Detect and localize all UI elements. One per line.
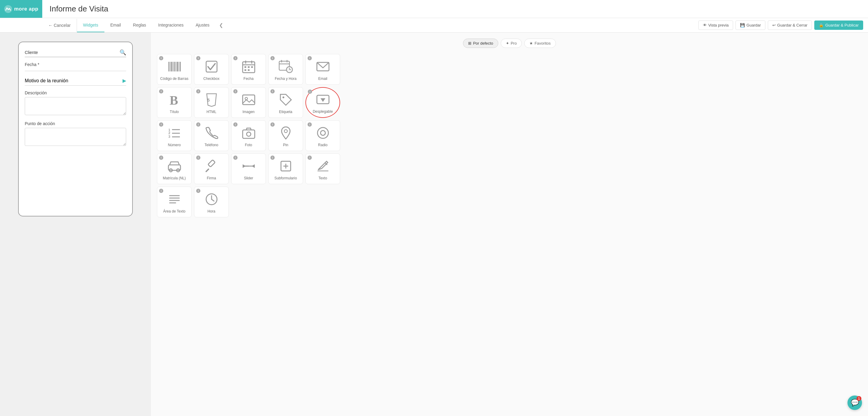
html5-icon: 5 [204,92,219,107]
info-badge: i [271,155,275,160]
widget-radio[interactable]: i Radio [305,120,340,151]
widget-html[interactable]: i 5 HTML [194,87,229,118]
text-edit-icon [316,159,330,174]
svg-rect-1 [168,62,169,71]
widget-desplegable[interactable]: i Desplegable [305,87,340,118]
widget-label: Etiqueta [279,110,292,114]
svg-point-46 [320,131,326,135]
preview-button[interactable]: 👁 Vista previa [699,21,734,30]
svg-rect-5 [174,62,175,71]
checkbox-icon [204,59,219,74]
svg-text:B: B [169,94,178,107]
svg-rect-3 [171,62,172,71]
widget-email[interactable]: i Email [305,54,340,85]
widget-label: Email [318,76,327,81]
widget-matricula[interactable]: i Matrícula (NL) [157,153,192,184]
info-badge: i [308,155,312,160]
chat-button[interactable]: 💬 1 [847,395,862,410]
gavel-icon [204,159,219,174]
tab-integraciones[interactable]: Integraciones [152,19,189,32]
bold-icon: B [167,92,182,107]
svg-rect-19 [248,69,250,71]
tab-reglas[interactable]: Reglas [127,19,152,32]
widget-foto[interactable]: i Foto [231,120,266,151]
save-publish-label: Guardar & Publicar [825,23,859,28]
widget-telefono[interactable]: i Teléfono [194,120,229,151]
widget-area-texto[interactable]: i Área de Texto [157,186,192,217]
cliente-input[interactable] [25,48,120,57]
save-close-button[interactable]: ↩ Guardar & Cerrar [768,21,812,30]
nav-bar: ← Cancelar Widgets Email Reglas Integrac… [0,18,868,33]
punto-input[interactable] [25,128,126,146]
collapse-button[interactable]: ❮ [216,18,227,32]
svg-rect-6 [176,62,176,71]
info-badge: i [196,155,200,160]
svg-rect-47 [168,165,181,170]
widget-label: Slider [244,176,253,180]
widget-label: Radio [318,143,328,147]
info-badge: i [159,155,163,160]
form-preview: 🔍 Fecha * Motivo de la reunión ▶ Descrip… [0,33,151,416]
widget-label: Pin [283,143,288,147]
svg-line-67 [212,199,214,201]
widget-hora[interactable]: i Hora [194,186,229,217]
widget-grid: i Código de Barras i Checkbox i [157,54,862,217]
filter-default[interactable]: ⊞ Por defecto [463,39,498,48]
widget-fecha[interactable]: i Fecha [231,54,266,85]
widget-pin[interactable]: i Pin [268,120,303,151]
widget-checkbox[interactable]: i Checkbox [194,54,229,85]
svg-rect-7 [177,62,178,71]
punto-label: Punto de acción [25,121,126,126]
form-field-cliente: 🔍 [25,48,126,57]
widget-etiqueta[interactable]: i Etiqueta [268,87,303,118]
widget-subformulario[interactable]: i Subformulario [268,153,303,184]
tab-widgets[interactable]: Widgets [77,19,104,32]
svg-rect-31 [243,95,255,105]
widget-texto[interactable]: i Texto [305,153,340,184]
info-badge: i [159,56,163,60]
lock-icon: 🔒 [819,23,824,28]
widget-firma[interactable]: i Firma [194,153,229,184]
info-badge: i [196,123,200,127]
descripcion-input[interactable] [25,97,126,115]
widget-label: Imagen [242,110,254,114]
info-badge: i [159,89,163,94]
widgets-panel: ⊞ Por defecto ✦ Pro ★ Favoritos i Código… [151,33,868,416]
svg-text:3: 3 [168,135,170,138]
save-button[interactable]: 💾 Guardar [736,21,765,30]
svg-rect-15 [245,66,246,68]
motivo-label: Motivo de la reunión [25,78,68,83]
main-content: 🔍 Fecha * Motivo de la reunión ▶ Descrip… [0,33,868,416]
widget-label: Checkbox [204,76,219,81]
widget-titulo[interactable]: i B Título [157,87,192,118]
info-badge: i [271,56,275,60]
svg-rect-50 [208,160,215,167]
widget-numero[interactable]: i 123 Número [157,120,192,151]
calendar-clock-icon [279,59,293,74]
info-badge: i [271,123,275,127]
page-title: Informe de Visita [50,4,108,13]
save-publish-button[interactable]: 🔒 Guardar & Publicar [814,21,863,30]
widget-slider[interactable]: i Slider [231,153,266,184]
filter-favoritos[interactable]: ★ Favoritos [524,39,556,48]
info-badge: i [196,89,200,94]
widget-imagen[interactable]: i Imagen [231,87,266,118]
svg-rect-42 [243,130,255,138]
tab-ajustes[interactable]: Ajustes [189,19,216,32]
svg-line-51 [206,169,209,172]
cancel-button[interactable]: ← Cancelar [42,19,77,32]
tag-icon [279,92,293,107]
widget-fecha-hora[interactable]: i Fecha y Hora [268,54,303,85]
tab-email[interactable]: Email [104,19,127,32]
widget-label: Matrícula (NL) [163,176,186,180]
svg-point-43 [247,132,251,136]
motivo-field[interactable]: Motivo de la reunión ▶ [25,76,126,85]
text-area-icon [167,192,182,207]
svg-rect-9 [180,62,181,71]
widget-codigo-barras[interactable]: i Código de Barras [157,54,192,85]
svg-text:5: 5 [207,98,210,103]
page-title-area: Informe de Visita [42,0,868,18]
search-icon: 🔍 [120,49,126,56]
filter-pro[interactable]: ✦ Pro [501,39,522,48]
save-label: Guardar [746,23,761,28]
